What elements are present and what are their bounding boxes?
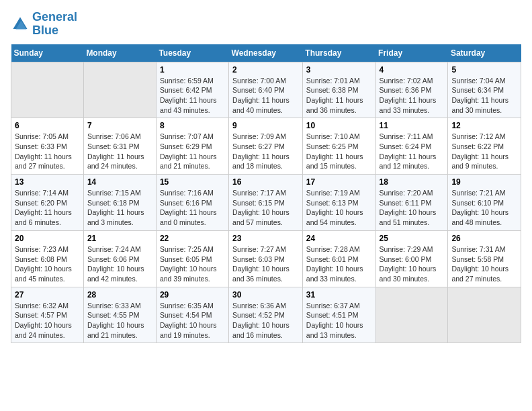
calendar-table: SundayMondayTuesdayWednesdayThursdayFrid… (11, 44, 521, 344)
day-info: Sunrise: 7:24 AM Sunset: 6:06 PM Dayligh… (87, 244, 152, 284)
day-info: Sunrise: 7:02 AM Sunset: 6:36 PM Dayligh… (380, 76, 445, 116)
day-info: Sunrise: 7:16 AM Sunset: 6:16 PM Dayligh… (160, 188, 225, 228)
day-number: 16 (232, 177, 299, 187)
calendar-cell: 4Sunrise: 7:02 AM Sunset: 6:36 PM Daylig… (375, 62, 448, 118)
day-number: 3 (306, 65, 372, 75)
calendar-cell: 2Sunrise: 7:00 AM Sunset: 6:40 PM Daylig… (229, 62, 303, 118)
calendar-cell: 13Sunrise: 7:14 AM Sunset: 6:20 PM Dayli… (11, 175, 84, 231)
calendar-cell: 7Sunrise: 7:06 AM Sunset: 6:31 PM Daylig… (83, 118, 156, 175)
day-number: 29 (160, 290, 225, 300)
day-of-week-header: Thursday (302, 44, 375, 62)
day-info: Sunrise: 7:14 AM Sunset: 6:20 PM Dayligh… (15, 188, 80, 228)
calendar-cell: 24Sunrise: 7:28 AM Sunset: 6:01 PM Dayli… (302, 230, 375, 287)
day-info: Sunrise: 6:36 AM Sunset: 4:52 PM Dayligh… (232, 301, 299, 340)
calendar-cell: 26Sunrise: 7:31 AM Sunset: 5:58 PM Dayli… (448, 230, 521, 287)
day-info: Sunrise: 7:28 AM Sunset: 6:01 PM Dayligh… (306, 244, 372, 284)
day-number: 25 (380, 234, 445, 243)
day-info: Sunrise: 6:33 AM Sunset: 4:55 PM Dayligh… (87, 301, 152, 340)
day-info: Sunrise: 7:27 AM Sunset: 6:03 PM Dayligh… (232, 244, 299, 284)
calendar-header-row: SundayMondayTuesdayWednesdayThursdayFrid… (11, 44, 521, 62)
calendar-cell: 14Sunrise: 7:15 AM Sunset: 6:18 PM Dayli… (83, 175, 156, 231)
day-number: 10 (306, 121, 372, 130)
day-number: 17 (306, 177, 372, 187)
day-info: Sunrise: 7:10 AM Sunset: 6:25 PM Dayligh… (306, 132, 372, 171)
calendar-week-row: 13Sunrise: 7:14 AM Sunset: 6:20 PM Dayli… (11, 175, 521, 231)
calendar-cell: 25Sunrise: 7:29 AM Sunset: 6:00 PM Dayli… (375, 230, 448, 287)
day-number: 14 (87, 177, 152, 187)
calendar-cell (375, 287, 448, 343)
day-number: 11 (380, 121, 445, 130)
day-info: Sunrise: 7:04 AM Sunset: 6:34 PM Dayligh… (451, 76, 517, 116)
calendar-cell: 22Sunrise: 7:25 AM Sunset: 6:05 PM Dayli… (156, 230, 228, 287)
calendar-cell: 30Sunrise: 6:36 AM Sunset: 4:52 PM Dayli… (229, 287, 303, 343)
calendar-week-row: 6Sunrise: 7:05 AM Sunset: 6:33 PM Daylig… (11, 118, 521, 175)
calendar-cell: 21Sunrise: 7:24 AM Sunset: 6:06 PM Dayli… (83, 230, 156, 287)
day-of-week-header: Wednesday (229, 44, 303, 62)
day-info: Sunrise: 7:31 AM Sunset: 5:58 PM Dayligh… (451, 244, 517, 284)
calendar-cell: 31Sunrise: 6:37 AM Sunset: 4:51 PM Dayli… (302, 287, 375, 343)
day-number: 15 (160, 177, 225, 187)
day-info: Sunrise: 7:20 AM Sunset: 6:11 PM Dayligh… (380, 188, 445, 228)
day-number: 26 (451, 234, 517, 243)
day-info: Sunrise: 7:17 AM Sunset: 6:15 PM Dayligh… (232, 188, 299, 228)
day-number: 13 (15, 177, 80, 187)
day-number: 31 (306, 290, 372, 300)
day-info: Sunrise: 7:29 AM Sunset: 6:00 PM Dayligh… (380, 244, 445, 284)
day-number: 2 (232, 65, 299, 75)
calendar-cell: 6Sunrise: 7:05 AM Sunset: 6:33 PM Daylig… (11, 118, 84, 175)
day-number: 23 (232, 234, 299, 243)
day-info: Sunrise: 6:59 AM Sunset: 6:42 PM Dayligh… (160, 76, 225, 116)
day-info: Sunrise: 7:25 AM Sunset: 6:05 PM Dayligh… (160, 244, 225, 284)
calendar-cell: 12Sunrise: 7:12 AM Sunset: 6:22 PM Dayli… (448, 118, 521, 175)
calendar-cell (448, 287, 521, 343)
calendar-cell: 15Sunrise: 7:16 AM Sunset: 6:16 PM Dayli… (156, 175, 228, 231)
day-info: Sunrise: 7:12 AM Sunset: 6:22 PM Dayligh… (451, 132, 517, 171)
day-number: 24 (306, 234, 372, 243)
day-info: Sunrise: 7:11 AM Sunset: 6:24 PM Dayligh… (380, 132, 445, 171)
day-of-week-header: Sunday (11, 44, 84, 62)
day-of-week-header: Tuesday (156, 44, 228, 62)
day-info: Sunrise: 7:15 AM Sunset: 6:18 PM Dayligh… (87, 188, 152, 228)
calendar-cell: 10Sunrise: 7:10 AM Sunset: 6:25 PM Dayli… (302, 118, 375, 175)
calendar-week-row: 1Sunrise: 6:59 AM Sunset: 6:42 PM Daylig… (11, 62, 521, 118)
day-of-week-header: Saturday (448, 44, 521, 62)
calendar-cell: 19Sunrise: 7:21 AM Sunset: 6:10 PM Dayli… (448, 175, 521, 231)
logo: General Blue (11, 11, 77, 38)
day-number: 19 (451, 177, 517, 187)
day-info: Sunrise: 6:32 AM Sunset: 4:57 PM Dayligh… (15, 301, 80, 340)
day-info: Sunrise: 6:35 AM Sunset: 4:54 PM Dayligh… (160, 301, 225, 340)
day-number: 27 (15, 290, 80, 300)
calendar-cell: 20Sunrise: 7:23 AM Sunset: 6:08 PM Dayli… (11, 230, 84, 287)
calendar-cell: 8Sunrise: 7:07 AM Sunset: 6:29 PM Daylig… (156, 118, 228, 175)
calendar-cell: 18Sunrise: 7:20 AM Sunset: 6:11 PM Dayli… (375, 175, 448, 231)
day-info: Sunrise: 7:19 AM Sunset: 6:13 PM Dayligh… (306, 188, 372, 228)
calendar-cell: 1Sunrise: 6:59 AM Sunset: 6:42 PM Daylig… (156, 62, 228, 118)
day-info: Sunrise: 7:23 AM Sunset: 6:08 PM Dayligh… (15, 244, 80, 284)
day-number: 20 (15, 234, 80, 243)
day-number: 30 (232, 290, 299, 300)
day-info: Sunrise: 6:37 AM Sunset: 4:51 PM Dayligh… (306, 301, 372, 340)
calendar-cell: 23Sunrise: 7:27 AM Sunset: 6:03 PM Dayli… (229, 230, 303, 287)
day-number: 22 (160, 234, 225, 243)
logo-text: General Blue (32, 11, 77, 38)
day-number: 5 (451, 65, 517, 75)
day-info: Sunrise: 7:00 AM Sunset: 6:40 PM Dayligh… (232, 76, 299, 116)
day-number: 21 (87, 234, 152, 243)
calendar-cell (83, 62, 156, 118)
calendar-cell: 29Sunrise: 6:35 AM Sunset: 4:54 PM Dayli… (156, 287, 228, 343)
day-info: Sunrise: 7:06 AM Sunset: 6:31 PM Dayligh… (87, 132, 152, 171)
day-number: 1 (160, 65, 225, 75)
calendar-cell: 17Sunrise: 7:19 AM Sunset: 6:13 PM Dayli… (302, 175, 375, 231)
day-info: Sunrise: 7:21 AM Sunset: 6:10 PM Dayligh… (451, 188, 517, 228)
day-number: 7 (87, 121, 152, 130)
day-number: 9 (232, 121, 299, 130)
day-of-week-header: Friday (375, 44, 448, 62)
calendar-week-row: 20Sunrise: 7:23 AM Sunset: 6:08 PM Dayli… (11, 230, 521, 287)
calendar-cell: 11Sunrise: 7:11 AM Sunset: 6:24 PM Dayli… (375, 118, 448, 175)
calendar-cell: 16Sunrise: 7:17 AM Sunset: 6:15 PM Dayli… (229, 175, 303, 231)
day-info: Sunrise: 7:07 AM Sunset: 6:29 PM Dayligh… (160, 132, 225, 171)
page-header: General Blue (11, 11, 521, 38)
day-info: Sunrise: 7:01 AM Sunset: 6:38 PM Dayligh… (306, 76, 372, 116)
calendar-week-row: 27Sunrise: 6:32 AM Sunset: 4:57 PM Dayli… (11, 287, 521, 343)
calendar-cell: 28Sunrise: 6:33 AM Sunset: 4:55 PM Dayli… (83, 287, 156, 343)
